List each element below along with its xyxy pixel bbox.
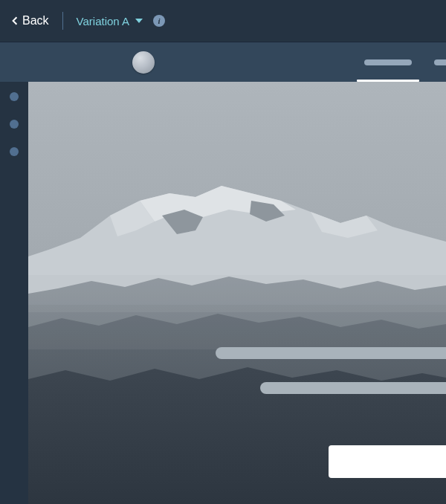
rail-dot-3[interactable] (10, 147, 19, 156)
svg-rect-1 (28, 275, 446, 312)
svg-rect-2 (28, 312, 446, 349)
canvas[interactable] (28, 82, 446, 504)
main-area (0, 82, 446, 504)
placeholder-line-2 (260, 382, 446, 394)
header-bar: Back Variation A i (0, 0, 446, 42)
chevron-left-icon (12, 16, 18, 26)
hero-image (28, 82, 446, 504)
tabs (364, 42, 446, 82)
side-rail (0, 82, 28, 504)
tab-2[interactable] (434, 42, 446, 82)
rail-dot-1[interactable] (10, 92, 19, 101)
rail-dot-2[interactable] (10, 120, 19, 129)
tab-placeholder (434, 59, 446, 65)
back-label: Back (22, 14, 49, 28)
avatar[interactable] (132, 51, 155, 74)
info-icon[interactable]: i (153, 15, 165, 27)
header-divider (62, 12, 63, 30)
caret-down-icon (135, 19, 143, 23)
placeholder-line-1 (216, 347, 446, 359)
tab-1[interactable] (364, 42, 412, 82)
variation-label: Variation A (77, 15, 129, 28)
toolbar (0, 42, 446, 82)
back-button[interactable]: Back (12, 14, 49, 28)
variation-dropdown[interactable]: Variation A (77, 15, 143, 28)
tab-placeholder (364, 59, 412, 65)
cta-button-placeholder[interactable] (329, 445, 446, 478)
